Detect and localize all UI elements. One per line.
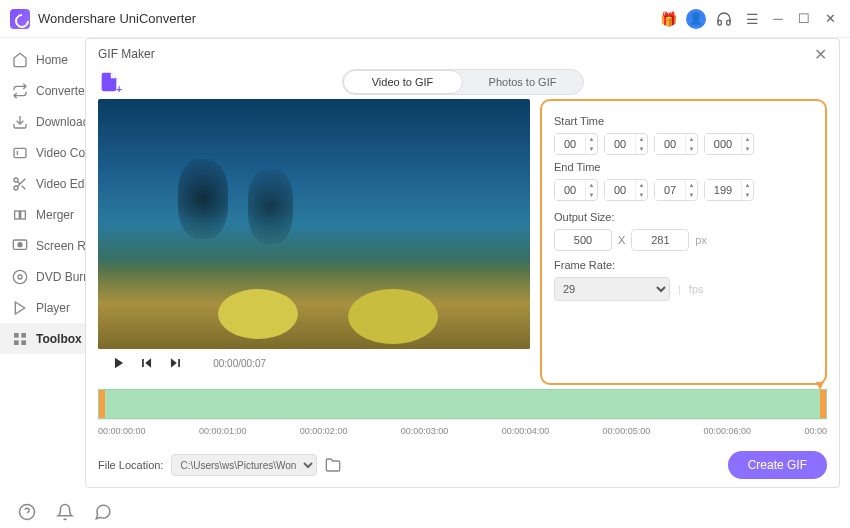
start-time-label: Start Time <box>554 115 813 127</box>
end-seconds[interactable] <box>655 180 685 200</box>
close-button[interactable]: ✕ <box>820 9 840 29</box>
dialog-title: GIF Maker <box>98 47 155 61</box>
sidebar-item-label: Converter <box>36 84 85 98</box>
gift-icon[interactable]: 🎁 <box>658 9 678 29</box>
help-icon[interactable] <box>18 503 36 521</box>
sidebar-item-label: DVD Burner <box>36 270 85 284</box>
sidebar-item-label: Video Compressor <box>36 146 85 160</box>
bottom-bar <box>0 496 112 528</box>
tick-label: 00:00:03:00 <box>401 426 449 443</box>
app-title: Wondershare UniConverter <box>38 11 196 26</box>
sidebar-item-label: Toolbox <box>36 332 82 346</box>
sidebar-item-merger[interactable]: Merger <box>0 199 85 230</box>
svg-line-6 <box>22 185 26 189</box>
end-minutes[interactable] <box>605 180 635 200</box>
file-location-select[interactable]: C:\Users\ws\Pictures\Wonders <box>171 454 317 476</box>
start-seconds[interactable] <box>655 134 685 154</box>
video-preview[interactable] <box>98 99 530 349</box>
folder-icon[interactable] <box>325 457 341 473</box>
disc-icon <box>12 269 28 285</box>
bell-icon[interactable] <box>56 503 74 521</box>
x-label: X <box>618 234 625 246</box>
spin-down[interactable]: ▼ <box>586 190 597 200</box>
home-icon <box>12 52 28 68</box>
timeline[interactable] <box>98 389 827 419</box>
menu-icon[interactable]: ☰ <box>742 9 762 29</box>
compress-icon <box>12 145 28 161</box>
maximize-button[interactable]: ☐ <box>794 9 814 29</box>
sidebar-item-recorder[interactable]: Screen Recorder <box>0 230 85 261</box>
sidebar-item-compressor[interactable]: Video Compressor <box>0 137 85 168</box>
spin-up[interactable]: ▲ <box>586 134 597 144</box>
svg-point-3 <box>14 178 18 182</box>
spin-up[interactable]: ▲ <box>686 180 697 190</box>
create-gif-button[interactable]: Create GIF <box>728 451 827 479</box>
timeline-playhead[interactable] <box>816 382 824 390</box>
spin-down[interactable]: ▼ <box>636 190 647 200</box>
titlebar: Wondershare UniConverter 🎁 👤 ☰ ─ ☐ ✕ <box>0 0 850 38</box>
tick-label: 00:00:00:00 <box>98 426 146 443</box>
record-icon <box>12 238 28 254</box>
sidebar-item-editor[interactable]: Video Editor <box>0 168 85 199</box>
sidebar-item-home[interactable]: Home <box>0 44 85 75</box>
sidebar-item-dvd[interactable]: DVD Burner <box>0 261 85 292</box>
spin-down[interactable]: ▼ <box>742 190 753 200</box>
svg-point-4 <box>14 186 18 190</box>
spin-down[interactable]: ▼ <box>742 144 753 154</box>
spin-up[interactable]: ▲ <box>586 180 597 190</box>
chat-icon[interactable] <box>94 503 112 521</box>
spin-up[interactable]: ▲ <box>636 180 647 190</box>
user-avatar-icon[interactable]: 👤 <box>686 9 706 29</box>
sidebar-item-label: Merger <box>36 208 74 222</box>
output-size-label: Output Size: <box>554 211 813 223</box>
minimize-button[interactable]: ─ <box>768 9 788 29</box>
spin-down[interactable]: ▼ <box>686 190 697 200</box>
spin-down[interactable]: ▼ <box>636 144 647 154</box>
frame-rate-label: Frame Rate: <box>554 259 813 271</box>
px-label: px <box>695 234 707 246</box>
start-hours[interactable] <box>555 134 585 154</box>
prev-frame-button[interactable] <box>140 356 154 370</box>
next-frame-button[interactable] <box>168 356 182 370</box>
tab-video-to-gif[interactable]: Video to GIF <box>343 70 463 94</box>
sidebar-item-player[interactable]: Player <box>0 292 85 323</box>
frame-rate-select[interactable]: 29 <box>554 277 670 301</box>
gif-maker-dialog: GIF Maker ✕ + Video to GIF Photos to GIF… <box>85 38 840 488</box>
end-hours[interactable] <box>555 180 585 200</box>
time-display: 00:00/00:07 <box>213 358 266 369</box>
spin-up[interactable]: ▲ <box>686 134 697 144</box>
spin-up[interactable]: ▲ <box>742 134 753 144</box>
spin-down[interactable]: ▼ <box>686 144 697 154</box>
svg-marker-24 <box>171 358 177 367</box>
support-icon[interactable] <box>714 9 734 29</box>
dialog-close-button[interactable]: ✕ <box>814 45 827 64</box>
sidebar: Home Converter Downloader Video Compress… <box>0 38 85 496</box>
scissors-icon <box>12 176 28 192</box>
output-height[interactable] <box>631 229 689 251</box>
start-ms[interactable] <box>705 134 741 154</box>
svg-rect-18 <box>21 340 26 345</box>
fps-label: fps <box>689 283 704 295</box>
spin-down[interactable]: ▼ <box>586 144 597 154</box>
play-button[interactable] <box>112 356 126 370</box>
spin-up[interactable]: ▲ <box>636 134 647 144</box>
convert-icon <box>12 83 28 99</box>
sidebar-item-converter[interactable]: Converter <box>0 75 85 106</box>
tab-photos-to-gif[interactable]: Photos to GIF <box>463 70 583 94</box>
play-icon <box>12 300 28 316</box>
tick-label: 00:00:01:00 <box>199 426 247 443</box>
add-file-button[interactable]: + <box>98 71 120 93</box>
tick-label: 00:00 <box>804 426 827 443</box>
svg-line-7 <box>17 181 20 184</box>
spin-up[interactable]: ▲ <box>742 180 753 190</box>
end-ms[interactable] <box>705 180 741 200</box>
output-width[interactable] <box>554 229 612 251</box>
svg-point-11 <box>18 242 22 246</box>
sidebar-item-label: Video Editor <box>36 177 85 191</box>
sidebar-item-toolbox[interactable]: Toolbox <box>0 323 85 354</box>
timeline-handle-start[interactable] <box>99 390 105 418</box>
sidebar-item-downloader[interactable]: Downloader <box>0 106 85 137</box>
sidebar-item-label: Home <box>36 53 68 67</box>
timeline-handle-end[interactable] <box>820 390 826 418</box>
start-minutes[interactable] <box>605 134 635 154</box>
